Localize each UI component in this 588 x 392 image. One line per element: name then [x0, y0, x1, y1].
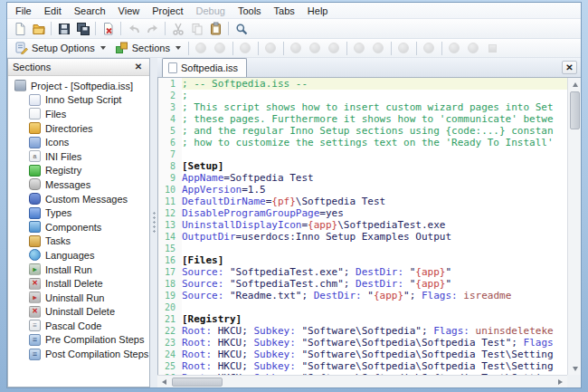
code-line-5[interactable]: 5; and the regular Inno Setup sections u… [158, 125, 567, 137]
tree-item-icons[interactable]: Icons [8, 135, 149, 149]
code-line-24[interactable]: 24Root: HKCU; Subkey: "Software\Softpedi… [158, 349, 567, 360]
menu-tabs[interactable]: Tabs [268, 5, 301, 17]
sections-label: Sections [132, 43, 170, 53]
open-file-button[interactable] [29, 20, 48, 37]
panel-splitter[interactable] [150, 58, 157, 387]
code-line-16[interactable]: 16[Files] [158, 254, 567, 266]
tree-item-languages[interactable]: Languages [8, 248, 149, 263]
code-area[interactable]: 1; -- Softpedia.iss --2;3; This script s… [158, 78, 567, 375]
tree-item-files[interactable]: Files [8, 107, 149, 121]
save-all-button[interactable] [73, 20, 92, 37]
menu-view[interactable]: View [112, 5, 147, 17]
scroll-right-icon[interactable] [554, 376, 567, 388]
tree-item-components[interactable]: Components [8, 220, 149, 234]
find-button[interactable] [232, 20, 251, 37]
scroll-down-icon[interactable] [568, 362, 582, 375]
toolbar-separator [416, 42, 417, 55]
code-text: Source: "Readme.txt"; DestDir: "{app}"; … [182, 290, 567, 301]
tree-item-inno-setup-script[interactable]: Inno Setup Script [8, 93, 149, 108]
code-text: ; these pages. Furthermore it shows how … [182, 113, 567, 125]
tree-item-uninstall-run[interactable]: Uninstall Run [8, 291, 149, 305]
code-line-3[interactable]: 3; This script shows how to insert custo… [158, 101, 567, 113]
setup-options-button[interactable]: Setup Options [10, 40, 110, 57]
toolbar-separator [258, 42, 259, 55]
disabled-tool-button [350, 40, 369, 57]
code-line-21[interactable]: 21[Registry] [158, 313, 567, 325]
code-line-22[interactable]: 22Root: HKCU; Subkey: "Software\Softpedi… [158, 325, 567, 337]
vertical-scroll-track[interactable] [568, 129, 581, 362]
code-text: DefaultDirName={pf}\Softpedia Test [182, 196, 567, 207]
code-text: [Setup] [182, 160, 567, 172]
menu-search[interactable]: Search [68, 5, 112, 17]
tree-item-post-compilation-steps[interactable]: Post Compilation Steps [8, 347, 149, 361]
disabled-tool-icon [290, 43, 301, 53]
code-line-8[interactable]: 8[Setup] [158, 160, 567, 172]
line-number: 11 [158, 196, 182, 207]
tree-item-types[interactable]: Types [8, 206, 149, 220]
tree-item-install-run[interactable]: Install Run [8, 263, 149, 277]
code-line-11[interactable]: 11DefaultDirName={pf}\Softpedia Test [158, 196, 567, 207]
tree-item-label: Languages [45, 250, 94, 261]
menu-edit[interactable]: Edit [38, 5, 68, 17]
tree-item-pre-compilation-steps[interactable]: Pre Compilation Steps [8, 333, 149, 348]
code-line-17[interactable]: 17Source: "SoftpediaTest.exe"; DestDir: … [158, 266, 567, 278]
tree-item-ini-files[interactable]: INI Files [8, 149, 149, 164]
tree-item-uninstall-delete[interactable]: Uninstall Delete [8, 305, 149, 320]
code-line-4[interactable]: 4; these pages. Furthermore it shows how… [158, 113, 567, 125]
code-line-23[interactable]: 23Root: HKCU; Subkey: "Software\Softpedi… [158, 337, 567, 349]
code-line-20[interactable]: 20 [158, 301, 567, 313]
paste-button[interactable] [206, 20, 225, 37]
tree-item-project-softpedia-iss[interactable]: Project - [Softpedia.iss] [8, 79, 149, 93]
disabled-tool-icon [309, 43, 320, 53]
code-line-14[interactable]: 14OutputDir=userdocs:Inno Setup Examples… [158, 231, 567, 243]
close-file-button[interactable] [99, 20, 118, 37]
code-line-26[interactable]: 26Root: HKCU; Subkey: "Software\Softpedi… [158, 372, 567, 375]
tree-item-directories[interactable]: Directories [8, 121, 149, 136]
code-line-15[interactable]: 15 [158, 243, 567, 254]
code-line-2[interactable]: 2; [158, 90, 567, 101]
toolbar-separator [346, 42, 347, 55]
sections-button[interactable]: Sections [110, 40, 185, 57]
menu-help[interactable]: Help [301, 5, 335, 17]
menu-debug[interactable]: Debug [189, 5, 231, 17]
new-file-button[interactable] [10, 20, 29, 37]
scroll-left-icon[interactable] [157, 376, 171, 388]
code-line-1[interactable]: 1; -- Softpedia.iss -- [158, 78, 567, 90]
tree-item-pascal-code[interactable]: Pascal Code [8, 319, 149, 333]
code-line-13[interactable]: 13UninstallDisplayIcon={app}\SoftpediaTe… [158, 219, 567, 231]
scroll-up-icon[interactable] [568, 78, 582, 91]
vertical-scroll-thumb[interactable] [570, 91, 580, 129]
disabled-tool-button [325, 40, 344, 57]
close-editor-icon[interactable]: ✕ [562, 61, 577, 74]
code-line-7[interactable]: 7 [158, 148, 567, 160]
code-line-9[interactable]: 9AppName=Softpedia Test [158, 172, 567, 184]
code-line-6[interactable]: 6; how to customize the settings text on… [158, 137, 567, 148]
tree-item-messages[interactable]: Messages [8, 177, 149, 192]
save-button[interactable] [54, 20, 73, 37]
tree-item-label: Directories [45, 123, 93, 134]
close-panel-icon[interactable]: ✕ [132, 62, 145, 73]
vertical-scrollbar[interactable] [567, 78, 581, 375]
menu-file[interactable]: File [9, 5, 38, 17]
tab-softpedia-iss[interactable]: Softpedia.iss [162, 58, 247, 77]
code-line-10[interactable]: 10AppVersion=1.5 [158, 184, 567, 196]
tree-item-registry[interactable]: Registry [8, 164, 149, 178]
files-icon [29, 108, 41, 120]
code-text: ; [182, 90, 567, 101]
code-line-12[interactable]: 12DisableProgramGroupPage=yes [158, 207, 567, 219]
menu-project[interactable]: Project [146, 5, 189, 17]
horizontal-scroll-thumb[interactable] [172, 378, 223, 387]
tree-item-install-delete[interactable]: Install Delete [8, 276, 149, 291]
horizontal-scrollbar[interactable] [157, 375, 567, 387]
line-number: 6 [158, 137, 182, 148]
disabled-tool-icon [468, 43, 479, 53]
menu-tools[interactable]: Tools [232, 5, 268, 17]
code-line-25[interactable]: 25Root: HKCU; Subkey: "Software\Softpedi… [158, 360, 567, 372]
tree-item-label: INI Files [45, 151, 81, 162]
tree-item-custom-messages[interactable]: Custom Messages [8, 192, 149, 206]
code-line-18[interactable]: 18Source: "SoftpediaTest.chm"; DestDir: … [158, 278, 567, 290]
code-line-19[interactable]: 19Source: "Readme.txt"; DestDir: "{app}"… [158, 290, 567, 301]
toolbar-separator [165, 22, 166, 35]
tree-item-tasks[interactable]: Tasks [8, 234, 149, 249]
code-text: Root: HKCU; Subkey: "Software\Softpedia\… [182, 372, 567, 375]
